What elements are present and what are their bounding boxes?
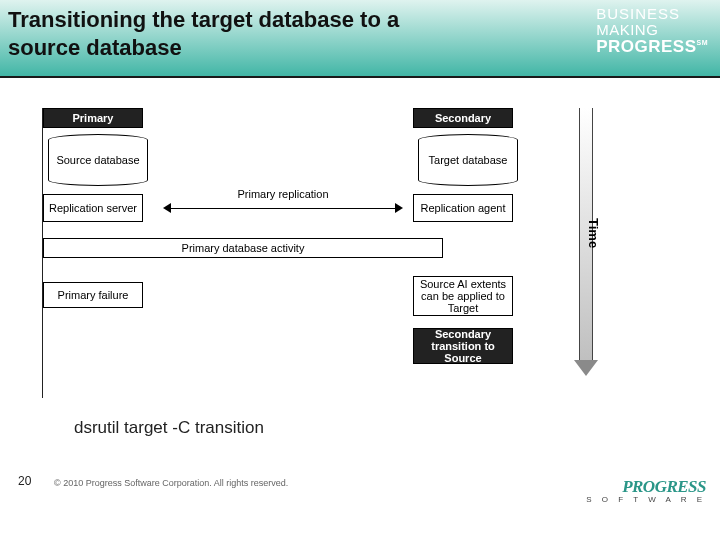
time-column: Time [553, 108, 623, 388]
business-making-progress-logo: BUSINESS MAKING PROGRESSSM [596, 6, 708, 55]
primary-heading: Primary [43, 108, 143, 128]
replication-server-box: Replication server [43, 194, 143, 222]
source-database-cylinder: Source database [48, 140, 148, 180]
secondary-heading: Secondary [413, 108, 513, 128]
logo-line3: PROGRESSSM [596, 38, 708, 55]
logo-line1: BUSINESS [596, 6, 708, 21]
time-label: Time [586, 218, 601, 248]
center-column: Primary replication [163, 108, 403, 214]
command-text: dsrutil target -C transition [74, 418, 264, 438]
primary-replication-label: Primary replication [237, 188, 328, 200]
primary-failure-box: Primary failure [43, 282, 143, 308]
primary-replication-arrow: Primary replication [163, 202, 403, 214]
slide-header: Transitioning the target database to a s… [0, 0, 720, 78]
progress-brand-main: PROGRESS [586, 477, 706, 497]
ai-extents-box: Source AI extents can be applied to Targ… [413, 276, 513, 316]
progress-brand-sub: S O F T W A R E [586, 495, 706, 504]
target-database-cylinder: Target database [418, 140, 518, 180]
slide-number: 20 [18, 474, 31, 488]
secondary-transition-box: Secondary transition to Source [413, 328, 513, 364]
replication-agent-box: Replication agent [413, 194, 513, 222]
copyright: © 2010 Progress Software Corporation. Al… [54, 478, 288, 488]
diagram: Primary Source database Replication serv… [42, 108, 632, 398]
logo-line2: MAKING [596, 22, 708, 37]
progress-software-logo: PROGRESS S O F T W A R E [586, 477, 706, 504]
primary-database-activity-box: Primary database activity [43, 238, 443, 258]
secondary-column: Secondary Target database Replication ag… [413, 108, 523, 364]
primary-column: Primary Source database Replication serv… [43, 108, 153, 308]
slide-title: Transitioning the target database to a s… [8, 6, 438, 61]
